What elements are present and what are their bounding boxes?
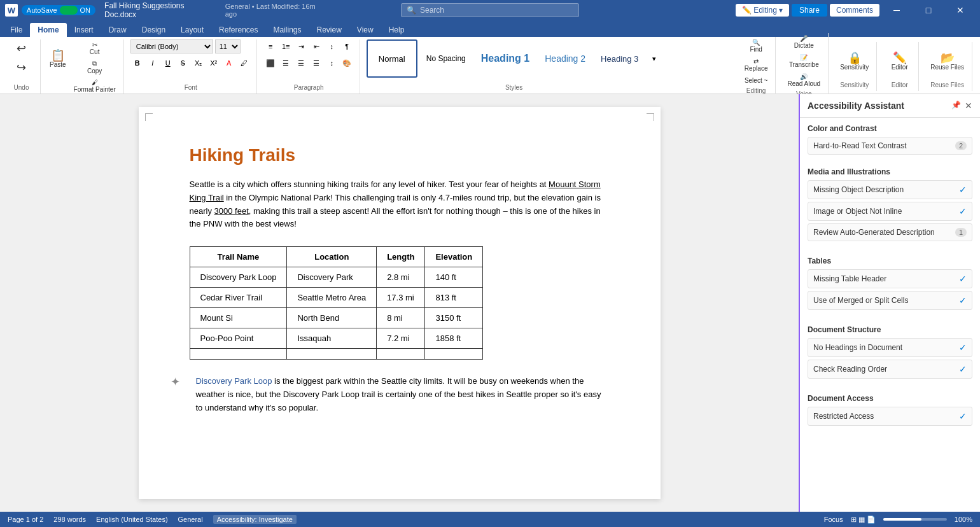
image-not-inline-item[interactable]: Image or Object Not Inline ✓ <box>808 202 972 221</box>
autosave-toggle[interactable] <box>60 6 78 15</box>
format-painter-button[interactable]: 🖌 Format Painter <box>71 77 118 95</box>
comments-button[interactable]: Comments <box>830 4 879 17</box>
editing-group-content: 🔍 Find ⇄ Replace Select ~ <box>742 37 771 86</box>
italic-button[interactable]: I <box>146 56 160 70</box>
editing-button[interactable]: ✏️ Editing ▾ <box>736 4 789 17</box>
check-reading-order-item[interactable]: Check Reading Order ✓ <box>808 360 972 379</box>
heading2-style[interactable]: Heading 2 <box>538 50 592 67</box>
cut-button[interactable]: ✂ Cut <box>71 39 118 57</box>
undo-button[interactable]: ↩ <box>11 39 32 57</box>
minimize-button[interactable]: ─ <box>882 0 911 20</box>
numbered-list-button[interactable]: 1≡ <box>279 39 293 53</box>
3000-feet: 3000 feet <box>214 206 249 216</box>
paste-button[interactable]: 📋 Paste <box>47 39 69 78</box>
focus-label[interactable]: Focus <box>824 516 843 523</box>
highlight-button[interactable]: 🖊 <box>237 56 251 70</box>
doc-area[interactable]: Hiking Trails Seattle is a city which of… <box>0 94 799 512</box>
sort-button[interactable]: ↕ <box>325 39 339 53</box>
select-button[interactable]: Select ~ <box>742 75 771 86</box>
font-group: Calibri (Body) 11 B I U S̶ X₂ X² A 🖊 Fon… <box>125 39 257 94</box>
language: English (United States) <box>96 516 168 523</box>
font-size-select[interactable]: 11 <box>215 39 241 53</box>
align-left-button[interactable]: ⬛ <box>263 56 277 70</box>
missing-object-desc-item[interactable]: Missing Object Description ✓ <box>808 180 972 199</box>
justify-button[interactable]: ☰ <box>309 56 323 70</box>
superscript-button[interactable]: X² <box>207 56 221 70</box>
underline-button[interactable]: U <box>161 56 175 70</box>
close-button[interactable]: ✕ <box>946 0 975 20</box>
share-button[interactable]: Share <box>792 4 827 17</box>
show-marks-button[interactable]: ¶ <box>340 39 354 53</box>
tab-draw[interactable]: Draw <box>101 23 134 37</box>
font-family-select[interactable]: Calibri (Body) <box>130 39 213 53</box>
no-spacing-style[interactable]: No Spacing <box>420 50 472 67</box>
find-button[interactable]: 🔍 Find <box>742 37 771 55</box>
hard-to-read-item[interactable]: Hard-to-Read Text Contrast 2 <box>808 137 972 155</box>
strikethrough-button[interactable]: S̶ <box>176 56 190 70</box>
spacing-button[interactable]: ↕ <box>325 56 339 70</box>
editor-button[interactable]: ✏️ Editor <box>889 42 911 80</box>
subscript-button[interactable]: X₂ <box>192 56 206 70</box>
copy-button[interactable]: ⧉ Copy <box>71 58 118 76</box>
bold-button[interactable]: B <box>130 56 144 70</box>
accessibility-badge[interactable]: Accessibility: Investigate <box>213 515 297 524</box>
missing-table-header-item[interactable]: Missing Table Header ✓ <box>808 269 972 288</box>
panel-close-icon[interactable]: ✕ <box>965 101 972 111</box>
styles-dropdown-button[interactable]: ▾ <box>647 39 661 78</box>
table-cell <box>425 349 483 360</box>
no-headings-label: No Headings in Document <box>813 343 959 352</box>
tab-view[interactable]: View <box>349 23 381 37</box>
clipboard-group: 📋 Paste ✂ Cut ⧉ Copy 🖌 Format Painter Cl… <box>42 39 124 94</box>
table-cell: Discovery Park Loop <box>190 267 287 288</box>
shading-button[interactable]: 🎨 <box>340 56 354 70</box>
autosave-badge[interactable]: AutoSave ON <box>22 5 95 15</box>
tab-design[interactable]: Design <box>134 23 173 37</box>
general-label[interactable]: General <box>178 516 203 523</box>
redo-button[interactable]: ↪ <box>11 59 32 76</box>
dictate-button[interactable]: 🎤 Dictate <box>785 33 823 51</box>
table-cell <box>190 349 287 360</box>
merged-cells-item[interactable]: Use of Merged or Split Cells ✓ <box>808 291 972 310</box>
table-row: Poo-Poo PointIssaquah7.2 mi1858 ft <box>190 328 483 349</box>
paragraph-group-label: Paragraph <box>294 83 324 91</box>
sensitivity-button[interactable]: 🔒 Sensitivity <box>837 42 871 80</box>
heading1-style[interactable]: Heading 1 <box>475 49 536 68</box>
tab-review[interactable]: Review <box>309 23 349 37</box>
bullet-list-button[interactable]: ≡ <box>263 39 277 53</box>
tab-home[interactable]: Home <box>30 23 66 37</box>
undo-label: Undo <box>14 83 29 91</box>
restricted-access-item[interactable]: Restricted Access ✓ <box>808 407 972 426</box>
styles-container: Normal No Spacing Heading 1 Heading 2 He… <box>367 39 662 78</box>
tab-layout[interactable]: Layout <box>173 23 211 37</box>
reuse-files-button[interactable]: 📂 Reuse Files <box>928 42 967 80</box>
tab-file[interactable]: File <box>3 23 30 37</box>
discovery-link[interactable]: Discovery Park Loop <box>196 376 272 386</box>
missing-table-header-label: Missing Table Header <box>813 274 959 283</box>
read-aloud-button[interactable]: 🔊 Read Aloud <box>785 71 823 89</box>
maximize-button[interactable]: □ <box>914 0 943 20</box>
outdent-button[interactable]: ⇤ <box>309 39 323 53</box>
font-color-button[interactable]: A <box>222 56 236 70</box>
no-headings-item[interactable]: No Headings in Document ✓ <box>808 338 972 357</box>
indent-button[interactable]: ⇥ <box>294 39 308 53</box>
missing-object-desc-label: Missing Object Description <box>813 185 959 194</box>
doc-page: Hiking Trails Seattle is a city which of… <box>139 107 661 499</box>
tab-references[interactable]: References <box>211 23 265 37</box>
review-auto-desc-label: Review Auto-Generated Description <box>813 228 955 237</box>
review-auto-desc-item[interactable]: Review Auto-Generated Description 1 <box>808 223 972 241</box>
search-bar[interactable]: 🔍 Search <box>401 3 579 17</box>
panel-pin-icon[interactable]: 📌 <box>951 101 961 111</box>
align-center-button[interactable]: ☰ <box>279 56 293 70</box>
transcribe-button[interactable]: 📝 Transcribe <box>785 52 823 70</box>
tab-mailings[interactable]: Mailings <box>265 23 309 37</box>
normal-style[interactable]: Normal <box>367 39 417 78</box>
align-right-button[interactable]: ☰ <box>294 56 308 70</box>
tab-insert[interactable]: Insert <box>67 23 101 37</box>
merged-cells-check: ✓ <box>959 295 967 306</box>
image-not-inline-label: Image or Object Not Inline <box>813 207 959 216</box>
tab-help[interactable]: Help <box>381 23 412 37</box>
search-icon: 🔍 <box>407 6 416 15</box>
heading3-style[interactable]: Heading 3 <box>594 50 645 67</box>
table-cell: 8 mi <box>377 308 425 328</box>
replace-button[interactable]: ⇄ Replace <box>742 56 771 74</box>
